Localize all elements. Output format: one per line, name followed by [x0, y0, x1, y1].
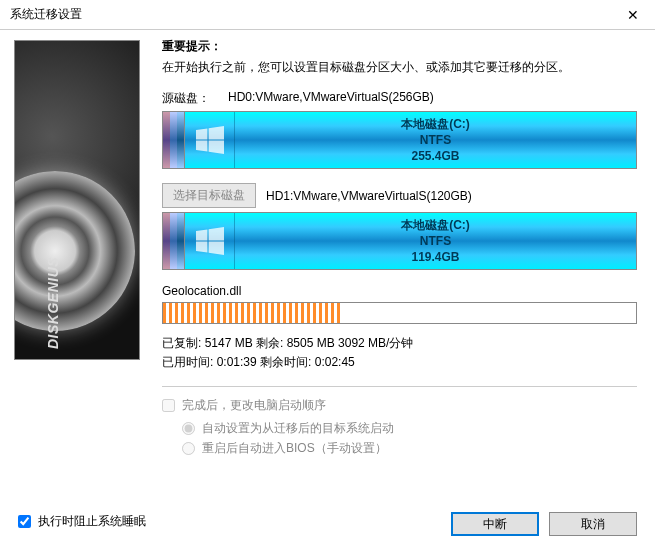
prevent-sleep-checkbox[interactable]	[18, 515, 31, 528]
source-size: 255.4GB	[235, 148, 636, 164]
windows-logo-icon	[185, 213, 235, 269]
progress-bar	[162, 302, 637, 324]
change-boot-row: 完成后，更改电脑启动顺序	[162, 397, 637, 414]
footer: 执行时阻止系统睡眠 中断 取消	[0, 504, 655, 544]
change-boot-checkbox	[162, 399, 175, 412]
prevent-sleep-row[interactable]: 执行时阻止系统睡眠	[18, 513, 146, 530]
target-fs: NTFS	[235, 233, 636, 249]
prevent-sleep-label: 执行时阻止系统睡眠	[38, 513, 146, 530]
abort-button[interactable]: 中断	[451, 512, 539, 536]
source-disk-name: HD0:VMware,VMwareVirtualS(256GB)	[228, 90, 434, 107]
select-target-button[interactable]: 选择目标磁盘	[162, 183, 256, 208]
target-part-name: 本地磁盘(C:)	[235, 217, 636, 233]
target-disk-bar: 本地磁盘(C:) NTFS 119.4GB	[162, 212, 637, 270]
auto-target-label: 自动设置为从迁移后的目标系统启动	[202, 420, 394, 437]
close-button[interactable]: ✕	[610, 0, 655, 30]
sidebar: DISKGENIUS	[0, 30, 150, 504]
source-label: 源磁盘：	[162, 90, 210, 107]
change-boot-label: 完成后，更改电脑启动顺序	[182, 397, 326, 414]
target-disk-name: HD1:VMware,VMwareVirtualS(120GB)	[266, 189, 472, 203]
divider	[162, 386, 637, 387]
reboot-bios-row: 重启后自动进入BIOS（手动设置）	[182, 440, 637, 457]
reboot-bios-radio	[182, 442, 195, 455]
auto-target-row: 自动设置为从迁移后的目标系统启动	[182, 420, 637, 437]
stats-line2: 已用时间: 0:01:39 剩余时间: 0:02:45	[162, 353, 637, 372]
cancel-button[interactable]: 取消	[549, 512, 637, 536]
hint-text: 在开始执行之前，您可以设置目标磁盘分区大小、或添加其它要迁移的分区。	[162, 59, 637, 76]
hint-title: 重要提示：	[162, 38, 637, 55]
sidebar-illustration: DISKGENIUS	[14, 40, 140, 360]
source-disk-bar: 本地磁盘(C:) NTFS 255.4GB	[162, 111, 637, 169]
stats-line1: 已复制: 5147 MB 剩余: 8505 MB 3092 MB/分钟	[162, 334, 637, 353]
main-panel: 重要提示： 在开始执行之前，您可以设置目标磁盘分区大小、或添加其它要迁移的分区。…	[150, 30, 655, 504]
windows-logo-icon	[185, 112, 235, 168]
auto-target-radio	[182, 422, 195, 435]
brand-text: DISKGENIUS	[45, 257, 61, 349]
titlebar: 系统迁移设置 ✕	[0, 0, 655, 30]
current-file: Geolocation.dll	[162, 284, 637, 298]
window-title: 系统迁移设置	[10, 6, 610, 23]
reboot-bios-label: 重启后自动进入BIOS（手动设置）	[202, 440, 387, 457]
target-size: 119.4GB	[235, 249, 636, 265]
source-part-name: 本地磁盘(C:)	[235, 116, 636, 132]
source-fs: NTFS	[235, 132, 636, 148]
